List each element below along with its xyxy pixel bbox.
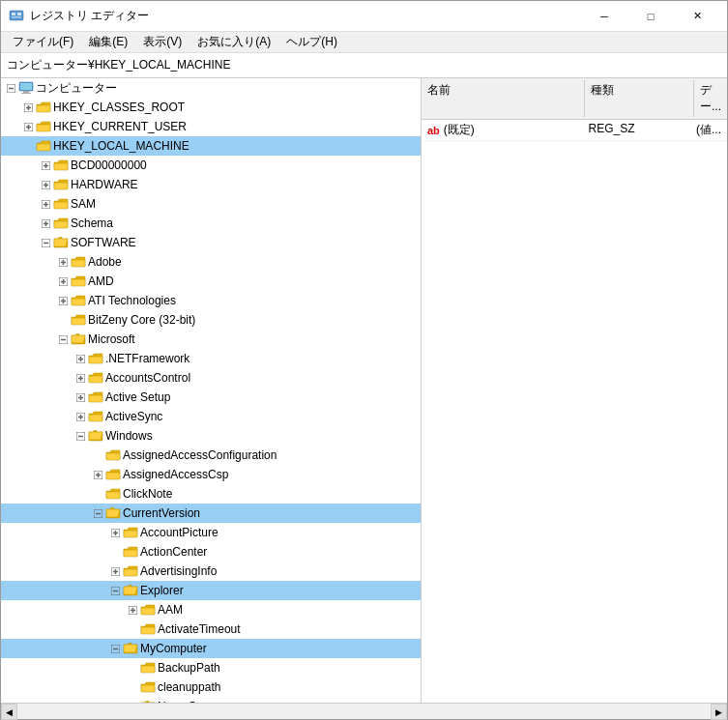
tree-item[interactable]: SAM	[1, 194, 421, 214]
expand-icon[interactable]	[125, 679, 140, 695]
tree-item[interactable]: BitZeny Core (32-bit)	[1, 310, 421, 330]
tree-item[interactable]: AccountPicture	[1, 523, 421, 542]
expand-icon[interactable]	[107, 583, 123, 598]
expand-icon[interactable]	[38, 235, 53, 250]
tree-item[interactable]: .NETFramework	[1, 349, 421, 368]
tree-item[interactable]: SOFTWARE	[1, 233, 421, 252]
close-button[interactable]: ✕	[675, 2, 719, 31]
tree-pane[interactable]: コンピューター HKEY_CLASSES_ROOT HKEY_CURRENT_U…	[1, 78, 422, 703]
svg-rect-8	[23, 91, 29, 93]
tree-item[interactable]: AssignedAccessConfiguration	[1, 446, 421, 465]
folder-icon	[123, 584, 138, 597]
tree-item[interactable]: HARDWARE	[1, 175, 421, 194]
expand-icon[interactable]	[125, 660, 140, 676]
tree-item[interactable]: MyComputer	[1, 639, 421, 658]
registry-value-row[interactable]: ab (既定) REG_SZ (値...	[422, 120, 727, 141]
menu-item[interactable]: ファイル(F)	[5, 32, 81, 52]
value-type: REG_SZ	[583, 121, 690, 139]
svg-rect-86	[124, 569, 137, 576]
col-header-type[interactable]: 種類	[585, 80, 694, 117]
expand-icon[interactable]	[55, 331, 71, 347]
folder-icon	[123, 564, 138, 578]
expand-icon[interactable]	[55, 274, 71, 289]
tree-item[interactable]: NameSpace	[1, 697, 421, 703]
tree-item[interactable]: HKEY_CURRENT_USER	[1, 117, 421, 136]
tree-item[interactable]: Active Setup	[1, 388, 421, 407]
folder-icon	[71, 313, 86, 327]
menu-item[interactable]: お気に入り(A)	[189, 32, 278, 52]
tree-item[interactable]: Explorer	[1, 581, 421, 600]
folder-icon	[140, 700, 156, 703]
expand-icon[interactable]	[38, 177, 53, 192]
tree-item[interactable]: ActiveSync	[1, 407, 421, 426]
expand-icon[interactable]	[107, 525, 123, 540]
expand-icon[interactable]	[73, 428, 88, 444]
tree-item[interactable]: Schema	[1, 214, 421, 233]
expand-icon[interactable]	[3, 80, 18, 96]
right-pane-header: 名前 種類 デー...	[422, 78, 727, 120]
expand-icon[interactable]	[90, 447, 105, 463]
tree-item[interactable]: BackupPath	[1, 658, 421, 677]
expand-icon[interactable]	[90, 505, 105, 521]
expand-icon[interactable]	[73, 409, 88, 424]
tree-item[interactable]: Windows	[1, 426, 421, 446]
tree-item[interactable]: AssignedAccessCsp	[1, 465, 421, 484]
expand-icon[interactable]	[55, 312, 71, 328]
expand-icon[interactable]	[90, 467, 105, 482]
expand-icon[interactable]	[125, 699, 140, 703]
expand-icon[interactable]	[55, 293, 71, 308]
tree-item-label: HKEY_CLASSES_ROOT	[53, 101, 185, 114]
expand-icon[interactable]	[125, 602, 140, 618]
tree-item[interactable]: Microsoft	[1, 330, 421, 349]
col-header-name[interactable]: 名前	[422, 80, 585, 117]
tree-item[interactable]: AdvertisingInfo	[1, 562, 421, 581]
expand-icon[interactable]	[55, 254, 71, 270]
minimize-button[interactable]: ─	[582, 2, 626, 31]
menu-item[interactable]: ヘルプ(H)	[278, 32, 345, 52]
expand-icon[interactable]	[90, 486, 105, 502]
expand-icon[interactable]	[38, 216, 53, 231]
tree-item[interactable]: ActionCenter	[1, 542, 421, 562]
expand-icon[interactable]	[20, 119, 36, 134]
tree-item[interactable]: BCD00000000	[1, 156, 421, 175]
menu-item[interactable]: 編集(E)	[81, 32, 135, 52]
tree-item[interactable]: ATI Technologies	[1, 291, 421, 310]
expand-icon[interactable]	[107, 544, 123, 560]
expand-icon[interactable]	[107, 641, 123, 656]
expand-icon[interactable]	[73, 351, 88, 366]
svg-rect-67	[89, 415, 102, 421]
horizontal-scrollbar[interactable]: ◀ ▶	[1, 703, 727, 719]
folder-icon	[140, 680, 156, 694]
menu-item[interactable]: 表示(V)	[135, 32, 189, 52]
tree-item-label: BitZeny Core (32-bit)	[88, 313, 195, 327]
scroll-left-button[interactable]: ◀	[1, 704, 17, 720]
folder-icon	[123, 642, 138, 655]
folder-icon	[88, 390, 103, 404]
scroll-right-button[interactable]: ▶	[711, 704, 727, 720]
expand-icon[interactable]	[125, 621, 140, 637]
folder-icon	[53, 197, 69, 211]
tree-item[interactable]: AccountsControl	[1, 368, 421, 388]
expand-icon[interactable]	[107, 563, 123, 579]
folder-icon	[71, 332, 86, 346]
maximize-button[interactable]: □	[628, 2, 673, 31]
tree-item[interactable]: CurrentVersion	[1, 504, 421, 523]
expand-icon[interactable]	[20, 138, 36, 154]
tree-item[interactable]: AMD	[1, 272, 421, 291]
scroll-track[interactable]	[17, 704, 711, 719]
tree-item[interactable]: AAM	[1, 600, 421, 619]
tree-item[interactable]: HKEY_CLASSES_ROOT	[1, 98, 421, 117]
tree-item[interactable]: Adobe	[1, 252, 421, 272]
expand-icon[interactable]	[38, 158, 53, 173]
tree-item[interactable]: HKEY_LOCAL_MACHINE	[1, 136, 421, 156]
expand-icon[interactable]	[73, 370, 88, 386]
expand-icon[interactable]	[73, 389, 88, 405]
tree-item[interactable]: コンピューター	[1, 78, 421, 98]
tree-item[interactable]: ClickNote	[1, 484, 421, 504]
tree-item[interactable]: ActivateTimeout	[1, 619, 421, 639]
tree-item[interactable]: cleanuppath	[1, 677, 421, 697]
folder-icon	[140, 661, 156, 675]
col-header-data[interactable]: デー...	[694, 80, 727, 117]
expand-icon[interactable]	[20, 100, 36, 115]
expand-icon[interactable]	[38, 196, 53, 212]
